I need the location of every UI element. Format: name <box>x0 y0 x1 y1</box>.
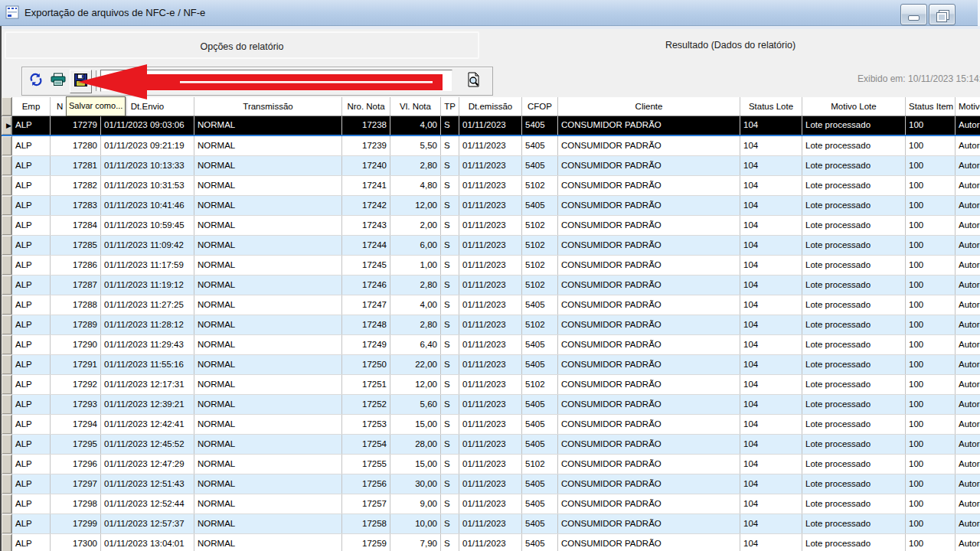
cell-status_lote[interactable]: 104 <box>740 415 802 434</box>
cell-motivo[interactable]: Autori <box>956 375 980 394</box>
cell-transmissao[interactable]: NORMAL <box>194 514 342 533</box>
column-header-emp[interactable]: Emp <box>12 97 51 116</box>
cell-cliente[interactable]: CONSUMIDOR PADRÃO <box>558 276 740 295</box>
cell-motivo_lote[interactable]: Lote processado <box>802 335 906 354</box>
table-row[interactable]: ALP1729401/11/2023 12:42:41NORMAL1725315… <box>2 415 980 435</box>
table-row[interactable]: ALP1729901/11/2023 12:57:37NORMAL1725810… <box>2 514 980 534</box>
cell-motivo[interactable]: Autori <box>956 176 980 195</box>
cell-lote[interactable]: 17286 <box>51 256 101 275</box>
cell-motivo_lote[interactable]: Lote processado <box>802 435 906 454</box>
cell-transmissao[interactable]: NORMAL <box>194 494 342 514</box>
cell-dt_envio[interactable]: 01/11/2023 11:27:25 <box>101 295 194 315</box>
cell-status_lote[interactable]: 104 <box>740 156 802 175</box>
cell-status_item[interactable]: 100 <box>906 136 956 155</box>
table-row[interactable]: ALP1729101/11/2023 11:55:16NORMAL1725022… <box>2 355 980 375</box>
row-selector-gutter[interactable] <box>2 355 12 374</box>
cell-status_lote[interactable]: 104 <box>740 355 802 374</box>
cell-cliente[interactable]: CONSUMIDOR PADRÃO <box>558 236 740 255</box>
cell-transmissao[interactable]: NORMAL <box>194 256 342 275</box>
cell-vl_nota[interactable]: 1,00 <box>390 256 441 275</box>
cell-emp[interactable]: ALP <box>12 395 51 414</box>
cell-cliente[interactable]: CONSUMIDOR PADRÃO <box>558 176 740 195</box>
row-selector-gutter[interactable] <box>2 176 12 195</box>
title-bar[interactable]: Exportação de arquivos de NFC-e / NF-e <box>0 0 980 26</box>
cell-lote[interactable]: 17300 <box>51 534 101 551</box>
cell-lote[interactable]: 17299 <box>51 514 101 533</box>
cell-status_lote[interactable]: 104 <box>740 435 802 454</box>
cell-status_item[interactable]: 100 <box>906 196 956 215</box>
cell-motivo[interactable]: Autori <box>956 534 980 551</box>
cell-cfop[interactable]: 5405 <box>522 335 558 354</box>
cell-motivo[interactable]: Autori <box>956 494 980 514</box>
cell-cliente[interactable]: CONSUMIDOR PADRÃO <box>558 315 740 334</box>
row-selector-gutter[interactable] <box>2 315 12 334</box>
cell-status_item[interactable]: 100 <box>906 534 956 551</box>
cell-dt_emissao[interactable]: 01/11/2023 <box>459 355 522 374</box>
cell-lote[interactable]: 17293 <box>51 395 101 414</box>
cell-lote[interactable]: 17298 <box>51 494 101 514</box>
cell-cliente[interactable]: CONSUMIDOR PADRÃO <box>558 355 740 374</box>
cell-lote[interactable]: 17290 <box>51 335 101 354</box>
cell-emp[interactable]: ALP <box>12 216 51 235</box>
cell-motivo_lote[interactable]: Lote processado <box>802 116 906 135</box>
cell-dt_emissao[interactable]: 01/11/2023 <box>459 455 522 474</box>
cell-motivo[interactable]: Autori <box>956 196 980 215</box>
cell-motivo[interactable]: Autori <box>956 116 980 135</box>
cell-status_lote[interactable]: 104 <box>740 514 802 533</box>
cell-transmissao[interactable]: NORMAL <box>194 176 342 195</box>
cell-transmissao[interactable]: NORMAL <box>194 136 342 155</box>
cell-motivo[interactable]: Autori <box>956 276 980 295</box>
cell-motivo_lote[interactable]: Lote processado <box>802 514 906 533</box>
table-row[interactable]: ALP1729001/11/2023 11:29:43NORMAL172496,… <box>2 335 980 355</box>
cell-cfop[interactable]: 5102 <box>522 375 558 394</box>
cell-nro_nota[interactable]: 17240 <box>342 156 390 175</box>
cell-motivo_lote[interactable]: Lote processado <box>802 276 906 295</box>
cell-dt_envio[interactable]: 01/11/2023 10:31:53 <box>101 176 194 195</box>
cell-nro_nota[interactable]: 17244 <box>342 236 390 255</box>
cell-lote[interactable]: 17294 <box>51 415 101 434</box>
cell-status_lote[interactable]: 104 <box>740 494 802 514</box>
table-row[interactable]: ALP1728501/11/2023 11:09:42NORMAL172446,… <box>2 236 980 256</box>
cell-motivo_lote[interactable]: Lote processado <box>802 315 906 334</box>
cell-emp[interactable]: ALP <box>12 455 51 474</box>
cell-transmissao[interactable]: NORMAL <box>194 355 342 374</box>
cell-cliente[interactable]: CONSUMIDOR PADRÃO <box>558 116 740 135</box>
cell-vl_nota[interactable]: 12,00 <box>390 196 441 215</box>
cell-status_item[interactable]: 100 <box>906 116 956 135</box>
cell-nro_nota[interactable]: 17259 <box>342 534 390 551</box>
cell-vl_nota[interactable]: 15,00 <box>390 415 441 434</box>
restore-button[interactable] <box>929 4 956 25</box>
cell-motivo[interactable]: Autori <box>956 455 980 474</box>
row-selector-gutter[interactable] <box>2 196 12 215</box>
table-row[interactable]: ALP1728701/11/2023 11:19:12NORMAL172462,… <box>2 276 980 295</box>
cell-tp[interactable]: S <box>441 216 459 235</box>
cell-motivo_lote[interactable]: Lote processado <box>802 216 906 235</box>
cell-cfop[interactable]: 5405 <box>522 494 558 514</box>
cell-vl_nota[interactable]: 4,00 <box>390 116 441 135</box>
cell-nro_nota[interactable]: 17251 <box>342 375 390 394</box>
cell-transmissao[interactable]: NORMAL <box>194 156 342 175</box>
cell-dt_envio[interactable]: 01/11/2023 09:21:19 <box>101 136 194 155</box>
cell-cliente[interactable]: CONSUMIDOR PADRÃO <box>558 375 740 394</box>
cell-nro_nota[interactable]: 17255 <box>342 455 390 474</box>
cell-tp[interactable]: S <box>441 236 459 255</box>
cell-dt_envio[interactable]: 01/11/2023 11:55:16 <box>101 355 194 374</box>
cell-motivo_lote[interactable]: Lote processado <box>802 196 906 215</box>
cell-vl_nota[interactable]: 9,00 <box>390 494 441 514</box>
cell-transmissao[interactable]: NORMAL <box>194 335 342 354</box>
row-selector-gutter[interactable] <box>2 295 12 315</box>
table-row[interactable]: ▶ALP1727901/11/2023 09:03:06NORMAL172384… <box>2 116 980 136</box>
cell-nro_nota[interactable]: 17253 <box>342 415 390 434</box>
cell-transmissao[interactable]: NORMAL <box>194 216 342 235</box>
cell-dt_envio[interactable]: 01/11/2023 10:59:45 <box>101 216 194 235</box>
column-header-motivo[interactable]: Motivo <box>956 97 980 116</box>
cell-lote[interactable]: 17284 <box>51 216 101 235</box>
cell-motivo[interactable]: Autori <box>956 474 980 494</box>
cell-cfop[interactable]: 5405 <box>522 156 558 175</box>
cell-motivo[interactable]: Autori <box>956 435 980 454</box>
cell-status_lote[interactable]: 104 <box>740 136 802 155</box>
cell-tp[interactable]: S <box>441 435 459 454</box>
cell-cliente[interactable]: CONSUMIDOR PADRÃO <box>558 534 740 551</box>
cell-cfop[interactable]: 5405 <box>522 534 558 551</box>
table-row[interactable]: ALP1729801/11/2023 12:52:44NORMAL172579,… <box>2 494 980 514</box>
